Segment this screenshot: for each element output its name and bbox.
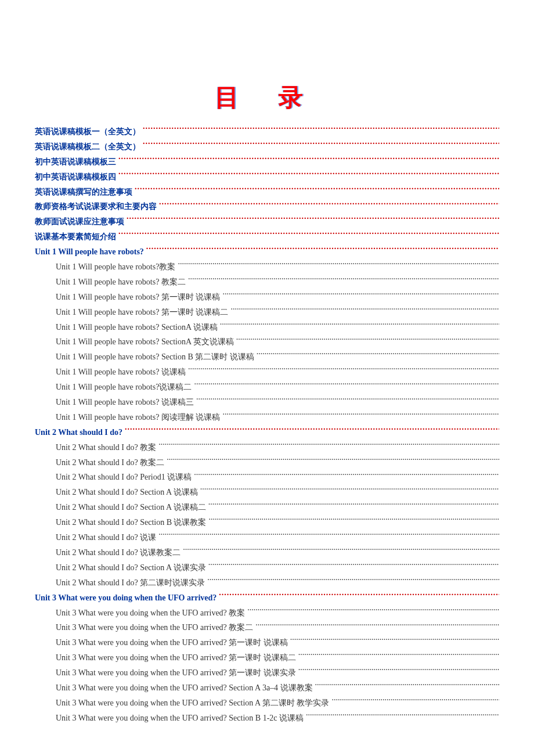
toc-subitem[interactable]: Unit 1 Will people have robots? 说课稿 [35,365,499,380]
toc-label: 初中英语说课稿模板三 [35,154,116,170]
toc-subitem[interactable]: Unit 3 What were you doing when the UFO … [35,650,499,665]
toc-leader-dots [222,291,499,300]
toc-leader-dots [200,487,499,495]
toc-label: Unit 2 What should I do? 教案 [56,440,156,455]
toc-subitem[interactable]: Unit 2 What should I do? Section B 说课教案 [35,515,499,530]
toc-subitem[interactable]: Unit 2 What should I do? 说课教案二 [35,545,499,560]
toc-section[interactable]: 说课基本要素简短介绍 [35,229,499,244]
toc-subitem[interactable]: Unit 3 What were you doing when the UFO … [35,606,499,621]
toc-leader-dots [290,637,499,645]
toc-label: Unit 1 Will people have robots? 阅读理解 说课稿 [56,410,220,425]
toc-label: 英语说课稿模板二（全英文） [35,139,140,154]
toc-leader-dots [118,171,499,179]
toc-subitem[interactable]: Unit 1 Will people have robots?说课稿二 [35,380,499,395]
toc-label: Unit 1 Will people have robots?教案 [56,260,175,275]
toc-leader-dots [125,427,499,435]
toc-section[interactable]: 初中英语说课稿模板四 [35,170,499,185]
toc-subitem[interactable]: Unit 3 What were you doing when the UFO … [35,711,499,726]
toc-section[interactable]: 教师资格考试说课要求和主要内容 [35,199,499,214]
toc-label: Unit 1 Will people have robots? Section … [56,350,254,365]
toc-label: Unit 3 What were you doing when the UFO … [56,681,313,696]
toc-label: Unit 2 What should I do? Section B 说课教案 [56,515,207,530]
toc-section[interactable]: Unit 3 What were you doing when the UFO … [35,591,499,606]
toc-label: Unit 2 What should I do? 教案二 [56,455,164,470]
toc-label: Unit 1 Will people have robots? 第一课时 说课稿 [56,290,220,305]
toc-subitem[interactable]: Unit 2 What should I do? Period1 说课稿 [35,470,499,485]
toc-section[interactable]: 英语说课稿模板一（全英文） [35,124,499,139]
toc-leader-dots [306,712,499,721]
toc-subitem[interactable]: Unit 1 Will people have robots?教案 [35,260,499,275]
toc-leader-dots [118,156,499,164]
toc-subitem[interactable]: Unit 1 Will people have robots? 教案二 [35,275,499,290]
toc-section[interactable]: Unit 1 Will people have robots? [35,244,499,260]
toc-leader-dots [331,697,499,705]
toc-subitem[interactable]: Unit 1 Will people have robots? SectionA… [35,334,499,350]
toc-leader-dots [298,667,499,675]
toc-leader-dots [257,351,499,359]
toc-label: Unit 2 What should I do? Period1 说课稿 [56,470,192,485]
toc-label: 教师面试说课应注意事项 [35,214,124,229]
toc-label: Unit 2 What should I do? [35,425,122,440]
toc-subitem[interactable]: Unit 3 What were you doing when the UFO … [35,681,499,696]
toc-leader-dots [143,126,499,134]
toc-label: Unit 1 Will people have robots? 说课稿 [56,365,186,380]
toc-subitem[interactable]: Unit 1 Will people have robots? 说课稿三 [35,395,499,410]
toc-label: Unit 1 Will people have robots? [35,244,144,260]
toc-leader-dots [207,577,499,585]
toc-subitem[interactable]: Unit 2 What should I do? Section A 说课稿二 [35,500,499,515]
toc-leader-dots [158,532,499,540]
toc-label: Unit 2 What should I do? Section A 说课实录 [56,560,206,575]
toc-label: 说课基本要素简短介绍 [35,229,116,244]
toc-leader-dots [183,547,499,555]
toc-subitem[interactable]: Unit 2 What should I do? Section A 说课实录 [35,560,499,575]
toc-leader-dots [146,246,499,254]
toc-label: Unit 3 What were you doing when the UFO … [56,635,288,650]
toc-subitem[interactable]: Unit 1 Will people have robots? SectionA… [35,320,499,335]
toc-subitem[interactable]: Unit 1 Will people have robots? 阅读理解 说课稿 [35,410,499,425]
page-title: 目 录 [35,81,499,114]
toc-label: Unit 3 What were you doing when the UFO … [56,620,253,635]
toc-leader-dots [255,622,499,630]
toc-label: Unit 3 What were you doing when the UFO … [56,606,245,621]
toc-subitem[interactable]: Unit 1 Will people have robots? 第一课时 说课稿… [35,305,499,320]
toc-leader-dots [196,397,499,405]
toc-label: Unit 1 Will people have robots? SectionA… [56,334,234,350]
toc-label: Unit 2 What should I do? Section A 说课稿 [56,485,198,500]
toc-leader-dots [188,366,499,375]
toc-subitem[interactable]: Unit 2 What should I do? 第二课时说课实录 [35,575,499,591]
toc-section[interactable]: Unit 2 What should I do? [35,425,499,440]
toc-subitem[interactable]: Unit 2 What should I do? 说课 [35,530,499,545]
toc-label: Unit 1 Will people have robots? SectionA… [56,320,218,335]
toc-subitem[interactable]: Unit 3 What were you doing when the UFO … [35,620,499,635]
toc-leader-dots [315,682,499,690]
toc-label: 初中英语说课稿模板四 [35,170,116,185]
toc-section[interactable]: 英语说课稿模板二（全英文） [35,139,499,154]
table-of-contents: 英语说课稿模板一（全英文）英语说课稿模板二（全英文）初中英语说课稿模板三初中英语… [35,124,499,726]
toc-leader-dots [118,231,499,239]
toc-leader-dots [298,652,499,660]
toc-subitem[interactable]: Unit 3 What were you doing when the UFO … [35,635,499,650]
toc-leader-dots [222,412,499,420]
toc-subitem[interactable]: Unit 1 Will people have robots? Section … [35,350,499,365]
toc-subitem[interactable]: Unit 3 What were you doing when the UFO … [35,665,499,681]
toc-leader-dots [194,471,499,480]
toc-section[interactable]: 初中英语说课稿模板三 [35,154,499,170]
toc-subitem[interactable]: Unit 2 What should I do? Section A 说课稿 [35,485,499,500]
toc-leader-dots [143,141,499,149]
toc-subitem[interactable]: Unit 2 What should I do? 教案 [35,440,499,455]
toc-label: 英语说课稿模板一（全英文） [35,124,140,139]
toc-leader-dots [209,517,500,525]
toc-section[interactable]: 英语说课稿撰写的注意事项 [35,185,499,200]
toc-leader-dots [159,201,499,209]
toc-leader-dots [236,336,499,344]
toc-subitem[interactable]: Unit 2 What should I do? 教案二 [35,455,499,470]
toc-subitem[interactable]: Unit 1 Will people have robots? 第一课时 说课稿 [35,290,499,305]
toc-label: Unit 3 What were you doing when the UFO … [56,650,296,665]
toc-section[interactable]: 教师面试说课应注意事项 [35,214,499,229]
toc-label: Unit 3 What were you doing when the UFO … [56,696,329,711]
toc-label: Unit 1 Will people have robots? 第一课时 说课稿… [56,305,228,320]
toc-label: Unit 3 What were you doing when the UFO … [56,711,304,726]
toc-label: 英语说课稿撰写的注意事项 [35,185,132,200]
toc-label: Unit 2 What should I do? 说课教案二 [56,545,181,560]
toc-subitem[interactable]: Unit 3 What were you doing when the UFO … [35,696,499,711]
